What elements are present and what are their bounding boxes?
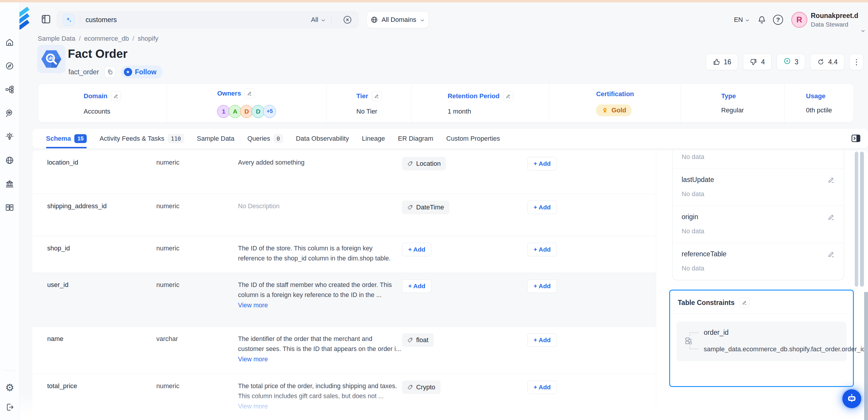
settings-gear-icon[interactable]: ⚙ [5, 383, 14, 393]
add-tag-button[interactable]: + Add [402, 279, 432, 293]
search-input[interactable]: customers [86, 16, 311, 24]
all-domains-dropdown[interactable]: All Domains [367, 11, 429, 28]
downvote-button[interactable]: 4 [743, 54, 772, 70]
edit-tier-button[interactable] [372, 91, 382, 101]
add-glossary-term-button[interactable]: + Add [527, 381, 557, 394]
property-value: No data [682, 265, 835, 272]
tab-er-diagram[interactable]: ER Diagram [398, 129, 433, 148]
pencil-icon [113, 93, 119, 99]
column-description-cell: The total price of the order, including … [238, 382, 402, 420]
constraint-reference[interactable]: sample_data.ecommerce_db.shopify.fact_or… [704, 346, 839, 353]
owner-avatar-overflow[interactable]: +5 [263, 105, 276, 118]
domain-value[interactable]: Accounts [84, 108, 111, 115]
search-scope-dropdown[interactable]: All [311, 16, 326, 24]
search-clear-icon[interactable] [343, 15, 352, 25]
glossary-book-icon[interactable] [5, 203, 14, 212]
global-search-bar[interactable]: customers All [57, 11, 358, 28]
breadcrumb-separator: / [79, 35, 81, 42]
user-avatar[interactable]: R [791, 12, 807, 28]
owner-avatars: 1 A D D +5 [217, 105, 276, 118]
edit-property-icon[interactable] [827, 176, 835, 184]
tab-lineage[interactable]: Lineage [362, 129, 385, 148]
data-assets-flow-icon[interactable] [5, 85, 14, 94]
domains-globe-icon[interactable] [5, 156, 14, 165]
usage-label: Usage [806, 92, 826, 100]
edit-property-icon[interactable] [827, 213, 835, 221]
breadcrumb-item[interactable]: shopify [138, 35, 158, 42]
tag-chip[interactable]: Crypto [402, 381, 441, 394]
home-icon[interactable] [5, 38, 14, 47]
tag-icon [407, 384, 413, 390]
tag-icon [407, 161, 413, 167]
add-glossary-term-button[interactable]: + Add [527, 201, 557, 214]
view-more-link[interactable]: View more [238, 356, 268, 363]
add-glossary-term-button[interactable]: + Add [527, 243, 557, 256]
edit-owners-button[interactable] [245, 88, 254, 98]
add-glossary-term-button[interactable]: + Add [527, 333, 557, 347]
discovery-search-eye-icon[interactable] [5, 109, 14, 118]
retention-label: Retention Period [448, 92, 500, 100]
user-menu[interactable]: Rounakpreet.d Data Steward [811, 12, 855, 28]
tab-custom-properties[interactable]: Custom Properties [446, 129, 500, 148]
tag-chip[interactable]: DateTime [402, 201, 450, 214]
quality-score-button[interactable]: 4.4 [810, 54, 844, 70]
tab-sample-data[interactable]: Sample Data [197, 129, 235, 148]
owner-avatar[interactable]: A [228, 105, 242, 118]
tasks-button[interactable]: 3 [777, 54, 805, 70]
view-more-link[interactable]: View more [238, 403, 268, 410]
more-actions-button[interactable]: ⋮ [849, 54, 864, 70]
table-row: name varchar The identifier of the order… [32, 327, 656, 374]
add-tag-button[interactable]: + Add [402, 243, 432, 256]
chevron-down-icon[interactable] [860, 28, 866, 34]
tab-data-observability[interactable]: Data Observability [296, 129, 349, 148]
explore-compass-icon[interactable] [5, 61, 14, 70]
page-scrollbar-track[interactable] [864, 292, 868, 420]
edit-domain-button[interactable] [111, 91, 121, 101]
tab-schema[interactable]: Schema15 [46, 129, 87, 148]
insights-bulb-icon[interactable] [5, 132, 14, 141]
tab-activity-feeds[interactable]: Activity Feeds & Tasks110 [100, 129, 184, 148]
language-selector[interactable]: EN [734, 16, 750, 24]
upvote-button[interactable]: 16 [706, 54, 738, 70]
column-glossary-cell: + Add [527, 382, 656, 420]
view-more-link[interactable]: View more [238, 302, 268, 309]
status-dot-icon [783, 57, 791, 67]
edit-property-icon[interactable] [827, 250, 835, 258]
tag-icon [407, 204, 413, 210]
copy-icon[interactable] [104, 66, 116, 78]
owner-avatar[interactable]: D [240, 105, 253, 118]
tag-chip[interactable]: float [402, 333, 434, 347]
owner-avatar[interactable]: 1 [217, 105, 230, 118]
breadcrumb-item[interactable]: ecommerce_db [84, 35, 129, 42]
breadcrumb-item[interactable]: Sample Data [38, 35, 75, 42]
owners-label: Owners [217, 90, 241, 97]
metadata-type: Type Regular [681, 84, 784, 122]
tasks-count: 3 [795, 58, 798, 66]
breadcrumb: Sample Data / ecommerce_db / shopify [38, 35, 158, 42]
chat-assistant-button[interactable] [842, 389, 861, 408]
page-scrollbar[interactable] [860, 152, 864, 287]
logout-icon[interactable] [5, 402, 14, 412]
column-description: The total price of the order, including … [238, 381, 402, 401]
panel-scrollbar[interactable] [855, 152, 858, 287]
add-glossary-term-button[interactable]: + Add [527, 157, 557, 171]
add-glossary-term-button[interactable]: + Add [527, 279, 557, 293]
governance-bank-icon[interactable] [5, 179, 14, 188]
entity-name: fact_order [68, 68, 99, 76]
tab-queries[interactable]: Queries0 [247, 129, 283, 148]
follow-button[interactable]: ★ Follow [121, 65, 163, 79]
entity-metadata-card: Domain Accounts Owners 1 A D D +5 [38, 84, 854, 123]
notifications-bell-icon[interactable] [757, 15, 766, 25]
help-icon[interactable]: ? [773, 15, 783, 25]
edit-retention-button[interactable] [503, 91, 513, 101]
edit-constraints-button[interactable] [739, 298, 749, 308]
sidebar-divider [4, 370, 16, 371]
collapse-panel-icon[interactable] [850, 133, 862, 144]
entity-subtitle-row: fact_order ★ Follow [68, 65, 163, 79]
user-role: Data Steward [811, 21, 855, 28]
property-name: origin [682, 213, 698, 221]
tag-chip[interactable]: Location [402, 157, 446, 171]
sidebar-toggle-icon[interactable] [41, 13, 51, 25]
constraint-column[interactable]: order_id [704, 329, 839, 336]
owner-avatar[interactable]: D [252, 105, 265, 118]
